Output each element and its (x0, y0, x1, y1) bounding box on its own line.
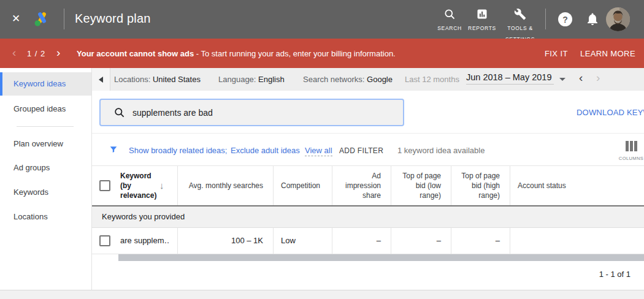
search-networks-setting[interactable]: Search networks: Google (303, 68, 393, 91)
date-range-dropdown[interactable]: Jun 2018 – May 2019 (466, 72, 554, 85)
cell-top-bid-high: – (451, 228, 510, 254)
period-next-icon[interactable]: › (596, 71, 600, 85)
learn-more-button[interactable]: LEARN MORE (580, 49, 635, 58)
add-filter-button[interactable]: ADD FILTER (339, 146, 383, 155)
columns-icon (626, 141, 637, 151)
language-setting[interactable]: Language: English (218, 68, 285, 91)
filter-bar: Show broadly related ideas; Exclude adul… (92, 133, 644, 165)
sidebar-item-locations[interactable]: Locations (0, 205, 91, 229)
topbar: ✕ Keyword plan SEARCH (0, 0, 644, 39)
bell-icon (585, 12, 600, 26)
header-ad-impression-share[interactable]: Ad impression share (332, 166, 391, 205)
tools-settings-nav-button[interactable]: TOOLS & SETTINGS (498, 7, 542, 44)
cell-competition: Low (274, 228, 332, 254)
view-all-link[interactable]: View all (305, 146, 332, 156)
keyword-search-box (99, 99, 404, 126)
filter-broadly-related[interactable]: Show broadly related ideas; (129, 146, 227, 155)
columns-button[interactable]: COLUMNS (617, 141, 644, 161)
billing-alert-banner: ‹ 1 / 2 › Your account cannot show ads -… (0, 39, 644, 68)
filter-exclude-adult[interactable]: Exclude adult ideas (231, 146, 300, 155)
cell-top-bid-low: – (391, 228, 451, 254)
period-prev-icon[interactable]: ‹ (579, 71, 583, 85)
horizontal-scrollbar-thumb[interactable] (118, 254, 644, 261)
banner-next-icon[interactable]: › (56, 46, 60, 59)
keyword-count-label: 1 keyword idea available (397, 146, 485, 155)
sidebar-item-keyword-ideas[interactable]: Keyword ideas (0, 72, 91, 96)
table-header-row: Keyword (by relevance) ↓ Avg. monthly se… (92, 165, 644, 206)
account-avatar[interactable] (606, 7, 630, 34)
cell-ad-impression-share: – (332, 228, 391, 254)
close-icon[interactable]: ✕ (12, 12, 20, 25)
cell-keyword: are supplem… (92, 228, 178, 254)
notifications-button[interactable] (585, 12, 600, 29)
banner-message-title: Your account cannot show ads (77, 49, 194, 58)
sidebar-item-plan-overview[interactable]: Plan overview (0, 132, 91, 156)
sort-desc-icon: ↓ (159, 180, 164, 192)
topbar-divider (64, 9, 64, 29)
help-button[interactable]: ? (558, 12, 572, 26)
wrench-icon (498, 7, 542, 21)
cell-avg-monthly-searches: 100 – 1K (178, 228, 274, 254)
banner-prev-icon[interactable]: ‹ (12, 46, 16, 59)
sidebar-item-ad-groups[interactable]: Ad groups (0, 156, 91, 180)
banner-page-indicator: 1 / 2 (27, 49, 45, 58)
header-avg-monthly-searches[interactable]: Avg. monthly searches (178, 166, 274, 205)
keyword-planner-screen: ✕ Keyword plan SEARCH (0, 0, 644, 299)
collapse-back-button[interactable] (92, 68, 110, 91)
header-top-bid-low[interactable]: Top of page bid (low range) (391, 166, 451, 205)
sidebar-divider (17, 126, 74, 127)
back-arrow-icon (99, 77, 103, 83)
sidebar-item-keywords[interactable]: Keywords (0, 181, 91, 204)
period-label: Last 12 months (405, 68, 459, 91)
table-row: are supplem… 100 – 1K Low – – – (92, 228, 644, 254)
header-account-status[interactable]: Account status (510, 166, 644, 205)
help-icon: ? (562, 15, 568, 25)
page-title: Keyword plan (75, 12, 151, 26)
select-all-checkbox[interactable] (99, 180, 110, 191)
plan-settings-toolbar: Locations: United States Language: Engli… (92, 68, 644, 91)
row-checkbox[interactable] (99, 235, 110, 246)
section-row-keywords-you-provided: Keywords you provided (92, 206, 644, 228)
locations-setting[interactable]: Locations: United States (114, 68, 201, 91)
google-ads-logo-icon (34, 10, 50, 29)
banner-message: Your account cannot show ads - To start … (77, 49, 396, 58)
sidebar-item-grouped-ideas[interactable]: Grouped ideas (0, 97, 91, 121)
horizontal-scrollbar-track (92, 254, 644, 261)
banner-message-detail: - To start running your ads, enter your … (194, 49, 396, 58)
keyword-search-input[interactable] (101, 100, 403, 125)
fix-it-button[interactable]: FIX IT (545, 49, 568, 58)
topbar-divider (545, 9, 546, 29)
header-competition[interactable]: Competition (274, 166, 332, 205)
sidebar: Keyword ideas Grouped ideas Plan overvie… (0, 68, 92, 290)
bar-chart-icon (462, 7, 502, 21)
cell-account-status (510, 228, 644, 254)
reports-nav-button[interactable]: REPORTS (462, 7, 502, 32)
filter-funnel-icon[interactable] (109, 145, 118, 156)
pagination-label: 1 - 1 of 1 (599, 270, 631, 279)
download-keywords-button[interactable]: DOWNLOAD KEYWORD IDEAS (577, 108, 644, 117)
dropdown-arrow-icon[interactable] (559, 78, 565, 81)
header-top-bid-high[interactable]: Top of page bid (high range) (451, 166, 510, 205)
bottom-strip (0, 290, 644, 299)
header-keyword[interactable]: Keyword (by relevance) ↓ (92, 166, 178, 205)
